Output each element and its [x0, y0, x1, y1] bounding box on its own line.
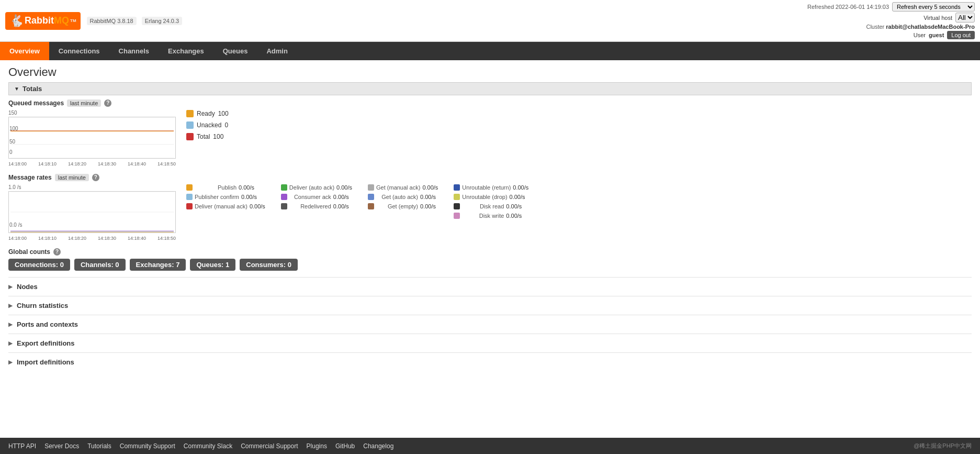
rates-y-zero: 0.0 /s: [9, 222, 22, 228]
top-bar: 🐇 RabbitMQ TM RabbitMQ 3.8.18 Erlang 24.…: [0, 0, 980, 42]
rates-col-1: Publish 0.00/s Publisher confirm 0.00/s …: [186, 184, 265, 219]
y-low-label: 50: [9, 139, 15, 145]
legend-ready: Ready 100: [186, 110, 229, 117]
global-counts-help[interactable]: ?: [53, 248, 61, 256]
totals-arrow: ▼: [14, 86, 19, 92]
message-rates-title: Message rates last minute ?: [8, 174, 972, 181]
virtual-host-select[interactable]: All: [955, 13, 975, 23]
nav-admin[interactable]: Admin: [257, 42, 297, 60]
import-definitions-row[interactable]: ▶ Import definitions: [8, 352, 972, 371]
queued-messages-help[interactable]: ?: [104, 99, 111, 107]
message-rates-help[interactable]: ?: [92, 174, 99, 181]
count-queues: Queues: 1: [190, 259, 235, 271]
nav-channels[interactable]: Channels: [109, 42, 159, 60]
nav-exchanges[interactable]: Exchanges: [159, 42, 213, 60]
rate-redelivered: Redelivered 0.00/s: [281, 203, 352, 209]
top-right: Refreshed 2022-06-01 14:19:03 Refresh ev…: [807, 2, 975, 39]
queued-messages-charts: 150 14:18:0014:18:1014:18:2014:18:3014:1…: [8, 110, 972, 167]
legend-ready-value: 100: [218, 110, 229, 117]
message-rates-badge[interactable]: last minute: [55, 174, 89, 181]
rate-publish: Publish 0.00/s: [186, 184, 265, 191]
y-max-label: 150: [8, 110, 176, 116]
count-exchanges: Exchanges: 7: [130, 259, 186, 271]
rates-y-max: 1.0 /s: [8, 184, 176, 190]
rate-deliver-manual: Deliver (manual ack) 0.00/s: [186, 203, 265, 209]
legend-total-value: 100: [213, 133, 223, 140]
rate-publisher-confirm: Publisher confirm 0.00/s: [186, 194, 265, 200]
churn-statistics-row[interactable]: ▶ Churn statistics: [8, 296, 972, 315]
main: Overview ▼ Totals Queued messages last m…: [0, 60, 980, 377]
rates-col-2: Deliver (auto ack) 0.00/s Consumer ack 0…: [281, 184, 352, 219]
queued-messages-title: Queued messages last minute ?: [8, 99, 972, 107]
refresh-row: Refreshed 2022-06-01 14:19:03 Refresh ev…: [807, 2, 975, 12]
version-info: RabbitMQ 3.8.18 Erlang 24.0.3: [87, 17, 183, 25]
queued-messages-badge[interactable]: last minute: [67, 99, 101, 107]
count-consumers: Consumers: 0: [240, 259, 298, 271]
rate-deliver-auto: Deliver (auto ack) 0.00/s: [281, 184, 352, 191]
refresh-select[interactable]: Refresh every 5 seconds Refresh every 10…: [892, 2, 975, 12]
queued-messages-chart: [8, 117, 176, 159]
import-arrow: ▶: [8, 359, 13, 365]
count-channels: Channels: 0: [74, 259, 126, 271]
totals-label: Totals: [22, 85, 42, 93]
rates-legend: Publish 0.00/s Publisher confirm 0.00/s …: [186, 184, 528, 219]
logo-tm: TM: [70, 18, 76, 23]
y-zero-label: 0: [9, 149, 13, 155]
logo-area: 🐇 RabbitMQ TM RabbitMQ 3.8.18 Erlang 24.…: [5, 12, 182, 30]
rabbitmq-version: RabbitMQ 3.8.18: [87, 17, 137, 25]
export-arrow: ▶: [8, 340, 13, 346]
message-rates-chart-container: 1.0 /s 14:18:0014:18:1014:18:2014:18:301…: [8, 184, 176, 241]
refreshed-text: Refreshed 2022-06-01 14:19:03: [807, 4, 889, 10]
queued-messages-section: Queued messages last minute ? 150: [8, 99, 972, 167]
virtual-host-row: Virtual host All: [923, 13, 975, 23]
rates-col-3: Get (manual ack) 0.00/s Get (auto ack) 0…: [368, 184, 438, 219]
cluster-value: rabbit@chatlabsdeMacBook-Pro: [886, 24, 975, 30]
logout-button[interactable]: Log out: [947, 31, 975, 39]
rate-get-empty: Get (empty) 0.00/s: [368, 203, 438, 209]
ports-arrow: ▶: [8, 322, 13, 327]
message-rates-chart: [8, 191, 176, 233]
nav-queues[interactable]: Queues: [213, 42, 257, 60]
legend-total-label: Total: [197, 133, 210, 140]
ports-contexts-row[interactable]: ▶ Ports and contexts: [8, 315, 972, 334]
y-mid-label: 100: [9, 126, 18, 131]
rate-get-manual: Get (manual ack) 0.00/s: [368, 184, 438, 191]
legend-unacked-color: [186, 121, 194, 129]
queued-messages-chart-container: 150 14:18:0014:18:1014:18:2014:18:3014:1…: [8, 110, 176, 167]
logo: 🐇 RabbitMQ TM: [5, 12, 81, 30]
churn-arrow: ▶: [8, 303, 13, 308]
count-connections: Connections: 0: [8, 259, 70, 271]
nav: Overview Connections Channels Exchanges …: [0, 42, 980, 60]
totals-section-header[interactable]: ▼ Totals: [8, 82, 972, 95]
rate-unroutable-drop: Unroutable (drop) 0.00/s: [454, 194, 528, 200]
page-title: Overview: [8, 65, 972, 79]
global-counts-section: Global counts ? Connections: 0 Channels:…: [8, 248, 972, 271]
global-counts-list: Connections: 0 Channels: 0 Exchanges: 7 …: [8, 259, 972, 271]
legend-ready-label: Ready: [197, 110, 215, 117]
user-value: guest: [929, 32, 944, 38]
export-label: Export definitions: [17, 339, 75, 347]
rates-col-4: Unroutable (return) 0.00/s Unroutable (d…: [454, 184, 528, 219]
virtual-host-label: Virtual host: [923, 15, 952, 21]
rate-disk-read: Disk read 0.00/s: [454, 203, 528, 209]
nav-connections[interactable]: Connections: [49, 42, 109, 60]
nodes-label: Nodes: [17, 283, 38, 291]
message-rates-charts: 1.0 /s 14:18:0014:18:1014:18:2014:18:301…: [8, 184, 972, 241]
nav-overview[interactable]: Overview: [0, 42, 49, 60]
queued-legend: Ready 100 Unacked 0 Total 100: [186, 110, 229, 140]
nodes-arrow: ▶: [8, 284, 13, 290]
import-label: Import definitions: [17, 358, 74, 366]
legend-total-color: [186, 133, 194, 140]
message-rates-section: Message rates last minute ? 1.0 /s 14:18…: [8, 174, 972, 241]
global-counts-title: Global counts ?: [8, 248, 972, 256]
nodes-row[interactable]: ▶ Nodes: [8, 277, 972, 296]
legend-unacked-value: 0: [224, 121, 228, 129]
legend-unacked: Unacked 0: [186, 121, 229, 129]
legend-total: Total 100: [186, 133, 229, 140]
churn-label: Churn statistics: [17, 302, 68, 309]
export-definitions-row[interactable]: ▶ Export definitions: [8, 334, 972, 352]
ports-label: Ports and contexts: [17, 320, 78, 328]
rate-unroutable-return: Unroutable (return) 0.00/s: [454, 184, 528, 191]
legend-unacked-label: Unacked: [197, 121, 221, 129]
rate-disk-write: Disk write 0.00/s: [454, 213, 528, 219]
